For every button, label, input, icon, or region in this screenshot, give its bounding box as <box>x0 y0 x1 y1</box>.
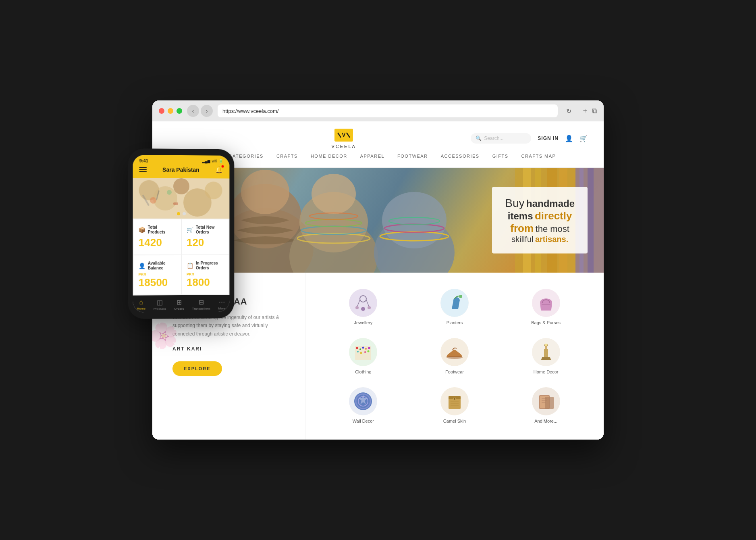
back-button[interactable]: ‹ <box>187 105 199 117</box>
scene-wrapper: 9:41 ▂▄▆ wifi 🔋 Sara Pakistan <box>152 100 604 440</box>
svg-rect-70 <box>544 349 548 357</box>
hero-from: from <box>510 222 534 234</box>
category-jewellery[interactable]: Jewellery <box>318 282 409 332</box>
nav-home-decor[interactable]: HOME DECOR <box>311 154 347 163</box>
home-nav-icon: ⌂ <box>139 299 143 306</box>
refresh-button[interactable]: ↻ <box>563 105 575 117</box>
home-nav-label: Home <box>137 307 145 311</box>
minimize-button[interactable] <box>168 108 173 114</box>
more-nav-icon: ⋯ <box>219 298 225 306</box>
site-header-right: 🔍 Search... SIGN IN 👤 🛒 <box>471 133 588 144</box>
battery-icon: 🔋 <box>219 159 223 163</box>
maximize-button[interactable] <box>177 108 182 114</box>
nav-gifts[interactable]: GIFTS <box>492 154 509 163</box>
category-wall-decor[interactable]: Wall Decor <box>318 381 409 430</box>
svg-point-66 <box>447 356 463 359</box>
svg-point-47 <box>355 306 359 309</box>
logo-text: VCEELA <box>331 144 356 149</box>
nav-accessories[interactable]: ACCESSORIES <box>441 154 480 163</box>
nav-footwear[interactable]: FOOTWEAR <box>397 154 428 163</box>
svg-point-48 <box>368 306 371 309</box>
banner-dot-2[interactable] <box>183 212 186 215</box>
hero-text-overlay: Buy handmade items directly from the mos… <box>492 187 588 254</box>
progress-title: In ProgressOrders <box>196 261 218 271</box>
svg-point-62 <box>360 352 362 354</box>
progress-value: 1800 <box>187 276 224 289</box>
phone-bottom-nav: ⌂ Home ◫ Products ⊞ Orders ⊟ Transaction… <box>133 295 230 312</box>
hero-skillful: skillful <box>511 235 533 244</box>
bottom-nav-products[interactable]: ◫ Products <box>154 298 166 311</box>
orders-title: Total NewOrders <box>196 225 214 235</box>
signal-icon: ▂▄▆ <box>202 159 210 163</box>
total-products-card: 📦 TotalProducts 1420 <box>134 219 181 254</box>
phone-status-bar: 9:41 ▂▄▆ wifi 🔋 <box>133 155 230 164</box>
stat-header-products: 📦 TotalProducts <box>139 225 176 235</box>
categories-grid: Jewellery Planters <box>305 273 604 440</box>
category-home-decor[interactable]: Home Decor <box>500 332 592 381</box>
balance-title: AvailableBalance <box>148 261 166 271</box>
sign-in-button[interactable]: SIGN IN <box>538 136 559 141</box>
category-label-bags: Bags & Purses <box>531 320 561 325</box>
products-value: 1420 <box>139 236 176 249</box>
category-img-jewellery <box>349 289 377 317</box>
svg-rect-10 <box>173 202 178 205</box>
notification-dot <box>222 165 224 168</box>
user-icon[interactable]: 👤 <box>565 135 573 142</box>
progress-currency: PKR <box>187 272 224 276</box>
nav-apparel[interactable]: APPAREL <box>360 154 384 163</box>
category-clothing[interactable]: Clothing <box>318 332 409 381</box>
search-placeholder: Search... <box>484 136 503 141</box>
hero-line1: Buy handmade <box>505 197 575 210</box>
category-camel-skin[interactable]: Camel Skin <box>409 381 501 430</box>
explore-button[interactable]: EXPLORE <box>172 361 222 376</box>
products-nav-label: Products <box>154 307 166 311</box>
new-tab-button[interactable]: + <box>583 107 587 115</box>
svg-point-43 <box>349 289 377 317</box>
progress-orders-card: 📋 In ProgressOrders PKR 1800 <box>182 255 228 294</box>
mobile-app: 9:41 ▂▄▆ wifi 🔋 Sara Pakistan <box>128 148 234 319</box>
category-bags[interactable]: Bags & Purses <box>500 282 592 332</box>
cart-icon[interactable]: 🛒 <box>579 135 588 142</box>
bottom-nav-more[interactable]: ⋯ More <box>218 298 225 310</box>
duplicate-tab-button[interactable]: ⧉ <box>592 107 597 115</box>
close-button[interactable] <box>159 108 164 114</box>
category-label-home-decor: Home Decor <box>534 369 559 374</box>
svg-point-25 <box>312 174 356 214</box>
camel-skin-icon <box>440 387 469 415</box>
phone-screen: 9:41 ▂▄▆ wifi 🔋 Sara Pakistan <box>133 155 230 313</box>
hamburger-icon[interactable] <box>139 167 147 172</box>
forward-button[interactable]: › <box>201 105 213 117</box>
hero-themost: the most <box>536 224 569 234</box>
category-img-footwear <box>440 338 469 366</box>
banner-dots <box>177 212 186 215</box>
category-img-camel-skin <box>440 387 469 415</box>
category-footwear[interactable]: Footwear <box>409 332 501 381</box>
category-planters[interactable]: Planters <box>409 282 501 332</box>
wall-decor-icon <box>349 387 377 415</box>
nav-crafts[interactable]: CRAFTS <box>276 154 298 163</box>
url-bar[interactable]: https://www.vceela.com/ <box>218 104 558 117</box>
svg-point-60 <box>368 347 370 349</box>
svg-rect-90 <box>545 397 554 409</box>
hero-items: items <box>508 211 533 221</box>
category-img-bags <box>532 289 560 317</box>
svg-point-3 <box>173 178 189 194</box>
bottom-nav-orders[interactable]: ⊞ Orders <box>174 298 184 311</box>
hero-line2: items directly <box>505 210 575 222</box>
search-bar[interactable]: 🔍 Search... <box>471 133 531 144</box>
hero-directly: directly <box>535 210 572 222</box>
logo-svg: V <box>334 128 354 142</box>
category-more[interactable]: And More... <box>500 381 592 430</box>
more-icon <box>532 387 560 415</box>
nav-crafts-map[interactable]: CRAFTS MAP <box>521 154 556 163</box>
products-nav-icon: ◫ <box>157 298 163 306</box>
site-logo[interactable]: V VCEELA <box>331 128 356 149</box>
jewellery-icon <box>349 289 377 317</box>
hero-line3: from the most <box>505 222 575 235</box>
bottom-nav-home[interactable]: ⌂ Home <box>137 298 145 311</box>
user-name: Sara Pakistan <box>162 166 199 173</box>
svg-point-51 <box>459 295 462 298</box>
banner-dot-1[interactable] <box>177 212 180 215</box>
svg-point-64 <box>368 350 370 352</box>
bottom-nav-transactions[interactable]: ⊟ Transactions <box>192 298 210 311</box>
